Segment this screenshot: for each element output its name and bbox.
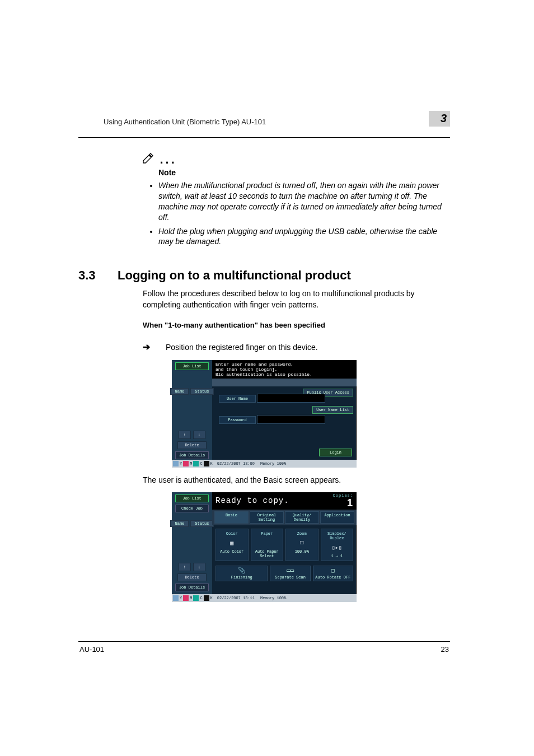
toner-c-icon xyxy=(193,461,199,466)
user-name-list-button[interactable]: User Name List xyxy=(312,406,353,414)
password-label: Password xyxy=(219,416,256,424)
tab-basic[interactable]: Basic xyxy=(214,511,249,524)
paper-icon xyxy=(252,537,282,549)
check-job-button[interactable]: Check Job xyxy=(175,505,209,512)
tab-original-setting[interactable]: Original Setting xyxy=(250,511,284,524)
ready-title: Ready to copy. xyxy=(216,496,289,505)
section-number: 3.3 xyxy=(78,268,105,283)
note-item: Hold the plug when plugging and unpluggi… xyxy=(158,226,450,248)
chapter-number: 3 xyxy=(441,112,447,124)
login-button[interactable]: Login xyxy=(319,449,352,456)
pencil-icon xyxy=(142,157,157,166)
after-login-text: The user is authenticated, and the Basic… xyxy=(143,475,450,484)
instruction-banner: Enter user name and password, and then t… xyxy=(212,360,357,379)
step-text: Position the registered finger on this d… xyxy=(166,343,318,352)
note-dots: ... xyxy=(160,152,176,166)
scroll-down-button[interactable]: ↓ xyxy=(193,431,205,439)
separate-scan-button[interactable]: ▭▭ Separate Scan xyxy=(270,566,310,581)
user-name-label: User Name xyxy=(219,395,256,403)
sub-heading: When "1-to-many authentication" has been… xyxy=(143,321,450,329)
job-details-button[interactable]: Job Details xyxy=(175,584,209,591)
footer-rule xyxy=(78,641,450,642)
duplex-icon: ▯▸▯ xyxy=(322,542,352,554)
job-list-button[interactable]: Job List xyxy=(175,494,209,502)
screenshot-basic: Job List Check Job Name Status ↑ ↓ Delet… xyxy=(172,492,357,602)
running-head: Using Authentication Unit (Biometric Typ… xyxy=(104,118,266,126)
chapter-badge: 3 xyxy=(429,111,450,127)
color-card[interactable]: Color ▦ Auto Color xyxy=(216,529,249,561)
user-name-field[interactable] xyxy=(257,394,325,403)
scroll-down-button[interactable]: ↓ xyxy=(193,563,205,571)
password-field[interactable] xyxy=(257,415,325,424)
duplex-card[interactable]: Simplex/ Duplex ▯▸▯ 1 → 1 xyxy=(321,529,354,561)
zoom-icon: □ xyxy=(287,537,317,549)
toner-y-icon xyxy=(173,595,179,601)
arrow-icon: ➔ xyxy=(143,342,150,352)
col-status: Status xyxy=(190,388,213,395)
toner-k-icon xyxy=(204,595,209,601)
footer-left: AU-101 xyxy=(79,645,104,654)
tab-application[interactable]: Application xyxy=(320,511,354,524)
job-list-button[interactable]: Job List xyxy=(175,362,209,370)
note-label: Note xyxy=(158,168,450,177)
rotate-icon: ▢ xyxy=(331,567,335,574)
autocolor-icon: ▦ xyxy=(217,537,247,549)
job-details-button[interactable]: Job Details xyxy=(175,451,209,459)
footer-page: 23 xyxy=(441,645,449,654)
status-datetime: 02/22/2007 13:11 xyxy=(217,596,255,600)
toner-k-icon xyxy=(204,461,209,466)
copies-display: Copies: 1 xyxy=(333,494,353,508)
col-name: Name xyxy=(170,388,189,395)
paper-card[interactable]: Paper Auto Paper Select xyxy=(251,529,284,561)
note-bullets: When the multifunctional product is turn… xyxy=(146,180,450,247)
toner-m-icon xyxy=(183,461,189,466)
note-item: When the multifunctional product is turn… xyxy=(158,180,450,223)
screenshot-login: Job List Name Status ↑ ↓ Delete Job Deta… xyxy=(172,360,357,468)
auto-rotate-button[interactable]: ▢ Auto Rotate OFF xyxy=(313,566,353,581)
toner-c-icon xyxy=(193,595,199,601)
section-title: Logging on to a multifunctional product xyxy=(118,268,351,283)
finishing-icon: 📎 xyxy=(238,567,246,574)
tab-quality-density[interactable]: Quality/ Density xyxy=(285,511,319,524)
top-rule xyxy=(78,137,450,138)
col-status: Status xyxy=(190,520,213,527)
scroll-up-button[interactable]: ↑ xyxy=(179,563,191,571)
delete-button[interactable]: Delete xyxy=(177,573,207,581)
section-intro: Follow the procedures described below to… xyxy=(143,288,450,310)
col-name: Name xyxy=(170,520,189,527)
finishing-button[interactable]: 📎 Finishing xyxy=(216,566,268,581)
separate-scan-icon: ▭▭ xyxy=(287,567,294,574)
scroll-up-button[interactable]: ↑ xyxy=(179,431,191,439)
toner-y-icon xyxy=(173,461,179,466)
status-memory: Memory 100% xyxy=(260,596,286,600)
zoom-card[interactable]: Zoom □ 100.0% xyxy=(285,529,318,561)
status-memory: Memory 100% xyxy=(260,461,286,466)
toner-m-icon xyxy=(183,595,189,601)
status-datetime: 02/22/2007 13:09 xyxy=(217,461,255,466)
delete-button[interactable]: Delete xyxy=(177,441,207,449)
